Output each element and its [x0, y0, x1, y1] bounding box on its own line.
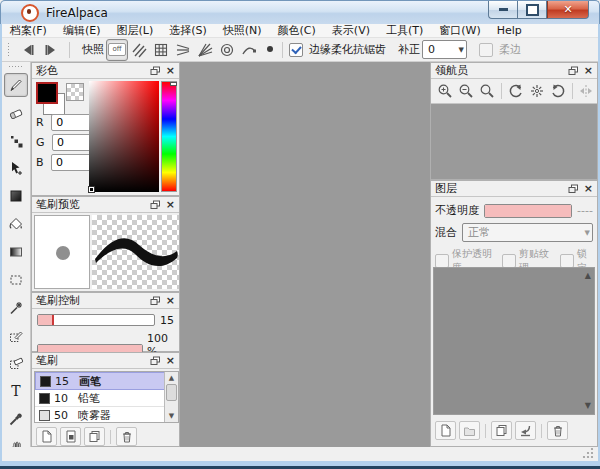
title-bar[interactable]: FireAlpaca ✕	[0, 0, 600, 24]
brush-list-scrollbar[interactable]: ▲ ▼	[164, 372, 178, 422]
scroll-up-icon[interactable]: ▲	[165, 372, 178, 384]
brush-stroke-sample	[92, 215, 179, 289]
zoom-in-button[interactable]	[434, 80, 455, 102]
duplicate-layer-button[interactable]	[491, 421, 512, 440]
navigator-preview[interactable]	[431, 104, 597, 179]
foreground-color-swatch[interactable]	[36, 82, 58, 104]
window-controls: ✕	[488, 1, 589, 19]
zoom-out-button[interactable]	[455, 80, 476, 102]
brush-list-item[interactable]: 15 画笔	[35, 372, 165, 390]
canvas-area[interactable]	[180, 62, 430, 447]
snapshot-vanishing-button[interactable]	[172, 39, 194, 61]
brush-item-name: 铅笔	[78, 391, 100, 406]
undo-button[interactable]	[17, 39, 39, 61]
correction-value: 0	[428, 43, 435, 56]
toolbar-drag-handle[interactable]	[7, 42, 11, 58]
close-button[interactable]: ✕	[547, 1, 589, 19]
saturation-value-picker[interactable]	[89, 81, 159, 192]
rotate-right-button[interactable]	[547, 80, 568, 102]
snapshot-grid-button[interactable]	[150, 39, 172, 61]
brush-size-handle[interactable]	[52, 315, 54, 325]
tool-select-eraser[interactable]	[4, 352, 28, 376]
redo-button[interactable]	[39, 39, 61, 61]
button-separator	[110, 430, 111, 444]
tool-bucket[interactable]	[4, 212, 28, 236]
duplicate-brush-button[interactable]	[84, 427, 105, 446]
minimize-button[interactable]	[488, 1, 517, 19]
correction-dropdown[interactable]: 0 ▼	[422, 40, 467, 59]
menu-item-edit[interactable]: 编辑(E)	[55, 24, 109, 38]
tool-palette-drag-handle[interactable]	[8, 65, 24, 69]
brush-control-titlebar: 笔刷控制 ×	[32, 293, 179, 309]
menu-item-file[interactable]: 档案(F)	[2, 24, 55, 38]
add-brush-button[interactable]	[36, 427, 57, 446]
parallel-lines-icon	[131, 42, 147, 58]
float-panel-icon[interactable]	[150, 200, 161, 210]
close-panel-icon[interactable]: ×	[584, 65, 593, 76]
tool-select-pen[interactable]	[4, 324, 28, 348]
maximize-button[interactable]	[517, 1, 547, 19]
menu-item-select[interactable]: 选择(S)	[161, 24, 215, 38]
close-panel-icon[interactable]: ×	[166, 199, 175, 210]
close-panel-icon[interactable]: ×	[166, 295, 175, 306]
delete-layer-button[interactable]	[547, 421, 568, 440]
tool-fill-shape[interactable]	[4, 184, 28, 208]
delete-brush-button[interactable]	[116, 427, 137, 446]
paint-bucket-icon	[8, 216, 24, 232]
snapshot-circles-button[interactable]	[216, 39, 238, 61]
zoom-reset-button[interactable]	[477, 80, 498, 102]
hue-bar[interactable]	[161, 81, 177, 192]
dot-icon	[266, 45, 274, 53]
add-layer-button[interactable]	[435, 421, 456, 440]
float-panel-icon[interactable]	[150, 296, 161, 306]
tool-select-rect[interactable]	[4, 268, 28, 292]
tool-move[interactable]	[4, 157, 28, 181]
hue-bar-handle[interactable]	[170, 82, 177, 86]
brush-preview-panel: 笔刷预览 ×	[31, 196, 180, 292]
menu-item-window[interactable]: 窗口(W)	[431, 24, 488, 38]
float-panel-icon[interactable]	[150, 66, 161, 76]
float-panel-icon[interactable]	[568, 184, 579, 194]
menu-item-tool[interactable]: 工具(T)	[378, 24, 431, 38]
reset-rotation-button[interactable]	[526, 80, 547, 102]
snapshot-parallel-button[interactable]	[128, 39, 150, 61]
snapshot-off-button[interactable]: off	[106, 39, 128, 61]
menu-item-snapshot[interactable]: 快照(N)	[215, 24, 270, 38]
menu-item-color[interactable]: 颜色(C)	[270, 24, 324, 38]
menu-item-view[interactable]: 表示(V)	[324, 24, 378, 38]
sv-picker-handle[interactable]	[89, 187, 94, 192]
menu-item-help[interactable]: Help	[489, 24, 530, 38]
color-panel-body: R G B	[32, 79, 179, 195]
antialias-checkbox[interactable]	[289, 43, 303, 57]
close-panel-icon[interactable]: ×	[166, 65, 175, 76]
snapshot-curve-button[interactable]	[238, 39, 260, 61]
brush-list-item[interactable]: 50 喷雾器	[35, 407, 165, 423]
tool-pen[interactable]	[4, 73, 28, 97]
tool-eraser[interactable]	[4, 101, 28, 125]
rotate-left-button[interactable]	[505, 80, 526, 102]
tool-dot[interactable]	[4, 129, 28, 153]
close-panel-icon[interactable]: ×	[584, 183, 593, 194]
scrollbar-thumb[interactable]	[166, 384, 177, 401]
snapshot-radial-button[interactable]	[194, 39, 216, 61]
tool-magic-wand[interactable]	[4, 296, 28, 320]
tool-eyedropper[interactable]	[4, 407, 28, 431]
brush-control-body: 15 100 %	[32, 309, 179, 351]
resize-grip[interactable]	[582, 447, 594, 459]
merge-layer-button[interactable]	[515, 421, 536, 440]
menu-item-layer[interactable]: 图层(L)	[108, 24, 161, 38]
transparent-color-swatch[interactable]	[66, 83, 84, 101]
color-panel-title: 彩色	[36, 63, 58, 78]
brush-list-item[interactable]: 10 铅笔	[35, 390, 165, 407]
float-panel-icon[interactable]	[150, 356, 161, 366]
scroll-down-icon[interactable]: ▼	[165, 410, 178, 422]
brush-size-slider[interactable]	[37, 314, 155, 326]
layer-list[interactable]: ▲ ▼	[433, 267, 595, 415]
float-panel-icon[interactable]	[568, 66, 579, 76]
close-panel-icon[interactable]: ×	[166, 355, 175, 366]
tool-gradient[interactable]	[4, 240, 28, 264]
edit-brush-button[interactable]	[60, 427, 81, 446]
layer-scroll-up-icon[interactable]: ▲	[585, 272, 591, 280]
tool-text[interactable]: T	[4, 379, 28, 403]
layer-scroll-down-icon[interactable]: ▼	[585, 402, 591, 410]
